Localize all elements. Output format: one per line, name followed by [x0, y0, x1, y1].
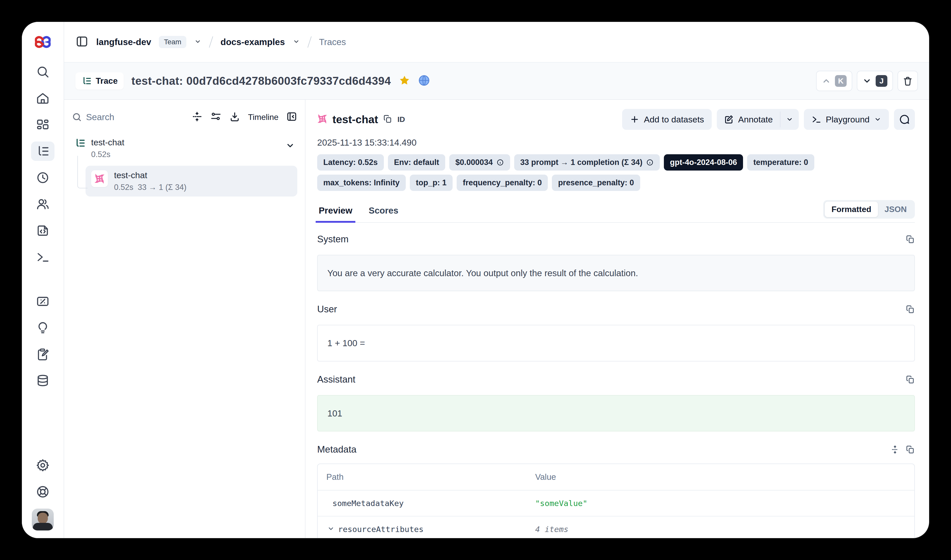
sidebar-item-support[interactable]: [31, 482, 54, 502]
presence-penalty-badge: presence_penalty: 0: [552, 175, 640, 191]
copy-icon[interactable]: [906, 445, 915, 454]
list-tree-icon: [74, 137, 86, 150]
table-row-expandable[interactable]: resourceAttributes 4 items: [318, 516, 914, 538]
tree-connector: [77, 156, 88, 188]
user-section: User 1 + 100 =: [317, 304, 915, 361]
sidebar-item-search[interactable]: [31, 62, 54, 82]
collapse-all-button[interactable]: [191, 111, 203, 123]
team-badge: Team: [159, 36, 186, 48]
tree-row-generation-selected[interactable]: test-chat 0.52s 33 → 1 (Σ 34): [86, 166, 297, 197]
sliders-icon: [210, 111, 222, 122]
assistant-section: Assistant 101: [317, 374, 915, 431]
tree-child-tokens: 33 → 1 (Σ 34): [138, 183, 186, 192]
trash-icon: [903, 76, 913, 86]
annotate-button[interactable]: Annotate: [717, 109, 780, 130]
knot-logo-icon: [35, 35, 51, 49]
edit-square-icon: [724, 115, 734, 124]
sidebar-item-tracing[interactable]: [31, 142, 54, 161]
collapse-panel-button[interactable]: [286, 111, 297, 123]
breadcrumb-project[interactable]: langfuse-dev: [96, 37, 151, 47]
trace-title: test-chat: 00d7d6cd4278b6003fc79337cd6d4…: [131, 75, 391, 87]
breadcrumb-separator: [209, 36, 213, 48]
org-logo[interactable]: [22, 22, 64, 62]
tree-search[interactable]: [72, 112, 184, 122]
annotate-split-button: Annotate: [717, 109, 799, 130]
tree-settings-button[interactable]: [210, 111, 222, 123]
copy-icon[interactable]: [906, 305, 915, 314]
sidebar-item-playground[interactable]: [31, 248, 54, 267]
add-to-datasets-button[interactable]: Add to datasets: [622, 109, 712, 130]
copy-icon[interactable]: [906, 235, 915, 244]
timeline-toggle[interactable]: Timeline: [248, 112, 279, 122]
sidebar-item-dashboards[interactable]: [31, 115, 54, 134]
delete-trace-button[interactable]: [897, 71, 918, 91]
tree-row-trace[interactable]: test-chat 0.52s: [72, 136, 297, 161]
sidebar-item-prompts[interactable]: [31, 221, 54, 240]
chat-bubble-icon: [899, 114, 910, 125]
sidebar-item-sessions[interactable]: [31, 168, 54, 187]
chevron-down-icon[interactable]: [292, 38, 300, 46]
metadata-section: Metadata Path Value: [317, 444, 915, 538]
users-icon: [36, 197, 50, 211]
cost-badge[interactable]: $0.000034: [449, 154, 510, 171]
sidebar-item-annotation-queues[interactable]: [31, 345, 54, 364]
model-badge[interactable]: gpt-4o-2024-08-06: [664, 154, 743, 171]
toggle-json[interactable]: JSON: [878, 202, 913, 217]
toggle-formatted[interactable]: Formatted: [825, 202, 878, 217]
info-icon: [646, 158, 654, 166]
tab-scores[interactable]: Scores: [367, 205, 400, 222]
detail-scroll-area[interactable]: System You are a very accurate calculato…: [317, 223, 915, 538]
app-window: langfuse-dev Team docs-examples Traces T…: [22, 22, 929, 538]
annotate-dropdown-button[interactable]: [780, 109, 799, 130]
sidebar-rail: [22, 22, 64, 538]
badges-row-2: max_tokens: Infinity top_p: 1 frequency_…: [317, 175, 915, 191]
chevron-down-icon[interactable]: [194, 38, 202, 46]
shortcut-key-k: K: [835, 75, 846, 87]
copy-icon: [383, 114, 392, 123]
search-input[interactable]: [86, 112, 142, 122]
chevron-down-icon[interactable]: [327, 525, 334, 533]
tab-preview[interactable]: Preview: [317, 205, 354, 222]
star-icon[interactable]: [399, 75, 410, 87]
system-section: System You are a very accurate calculato…: [317, 234, 915, 291]
sidebar-item-home[interactable]: [31, 89, 54, 108]
table-row: someMetadataKey "someValue": [318, 490, 914, 516]
breadcrumb-environment[interactable]: docs-examples: [220, 37, 285, 47]
user-section-title: User: [317, 304, 337, 315]
comments-button[interactable]: [894, 109, 915, 130]
observation-title: test-chat: [332, 113, 378, 126]
lifebuoy-icon: [36, 485, 50, 498]
list-tree-icon: [82, 76, 92, 86]
metadata-header-row: Path Value: [318, 464, 914, 490]
playground-button[interactable]: Playground: [804, 109, 889, 130]
user-avatar[interactable]: [32, 509, 54, 531]
system-section-title: System: [317, 234, 348, 245]
sidebar-toggle-icon[interactable]: [75, 35, 89, 49]
download-button[interactable]: [229, 111, 240, 123]
observation-detail-panel: test-chat ID Add to datasets: [305, 100, 929, 538]
percent-card-icon: [36, 294, 50, 308]
column-value: Value: [526, 464, 565, 490]
column-path: Path: [318, 464, 526, 490]
sidebar-item-datasets[interactable]: [31, 371, 54, 391]
sidebar-item-settings[interactable]: [31, 455, 54, 475]
metadata-value-summary: 4 items: [535, 525, 568, 534]
assistant-message-content: 101: [317, 395, 915, 431]
next-trace-button[interactable]: J: [857, 71, 893, 91]
sidebar-item-evaluation[interactable]: [31, 318, 54, 337]
metadata-table: Path Value someMetadataKey "someValue": [317, 463, 915, 538]
frequency-penalty-badge: frequency_penalty: 0: [457, 175, 548, 191]
copy-id-button[interactable]: [383, 114, 392, 125]
sidebar-item-users[interactable]: [31, 194, 54, 214]
panel-collapse-icon: [286, 111, 297, 122]
expand-vertical-icon[interactable]: [890, 445, 900, 454]
globe-icon[interactable]: [418, 74, 430, 88]
tokens-badge[interactable]: 33 prompt → 1 completion (Σ 34): [514, 154, 660, 171]
copy-icon[interactable]: [906, 375, 915, 384]
tree-root-latency: 0.52s: [91, 150, 124, 159]
chevron-down-icon[interactable]: [286, 141, 295, 151]
trace-header-bar: Trace test-chat: 00d7d6cd4278b6003fc7933…: [64, 62, 929, 100]
sidebar-item-scores[interactable]: [31, 292, 54, 311]
shortcut-key-j: J: [876, 75, 887, 87]
prev-trace-button[interactable]: K: [816, 71, 852, 91]
